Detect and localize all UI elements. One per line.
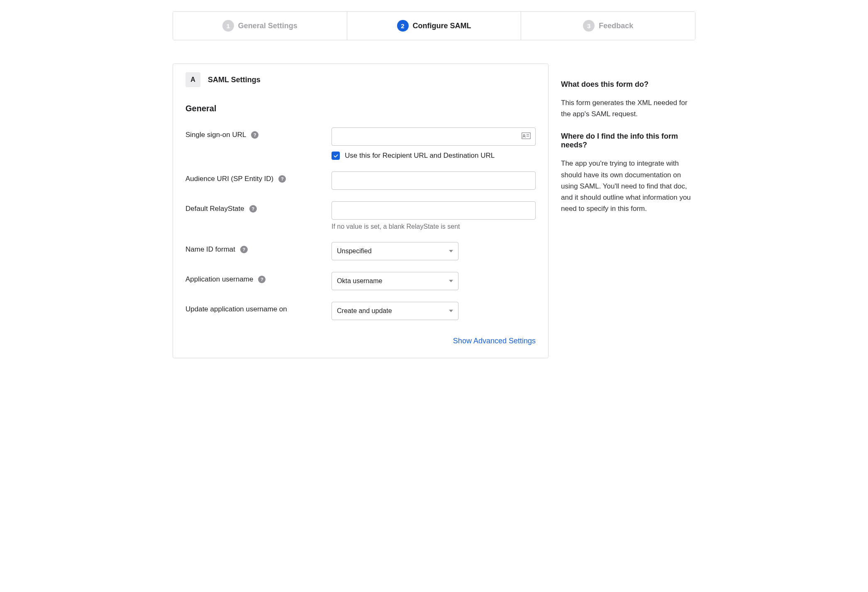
help-icon[interactable]: ? bbox=[249, 205, 257, 213]
input-sso-url[interactable] bbox=[332, 127, 536, 146]
row-relay-state: Default RelayState ? If no value is set,… bbox=[185, 201, 536, 230]
section-letter-badge: A bbox=[185, 72, 200, 87]
row-sso-url: Single sign-on URL ? bbox=[185, 127, 536, 160]
tab-label: Configure SAML bbox=[413, 22, 471, 30]
tab-feedback[interactable]: 3 Feedback bbox=[521, 12, 695, 40]
help-icon[interactable]: ? bbox=[240, 246, 248, 253]
section-title: SAML Settings bbox=[208, 76, 261, 84]
credential-icon bbox=[522, 132, 531, 141]
tab-general-settings[interactable]: 1 General Settings bbox=[173, 12, 347, 40]
step-number: 2 bbox=[397, 20, 409, 32]
help-icon[interactable]: ? bbox=[258, 276, 266, 283]
help-panel: What does this form do? This form genera… bbox=[561, 64, 695, 218]
select-name-id[interactable]: Unspecified bbox=[332, 242, 458, 260]
tab-label: Feedback bbox=[599, 22, 633, 30]
checkbox-recipient-url[interactable] bbox=[332, 152, 340, 160]
hint-relay-state: If no value is set, a blank RelayState i… bbox=[332, 223, 536, 230]
tab-label: General Settings bbox=[238, 22, 297, 30]
select-value: Create and update bbox=[337, 307, 392, 315]
input-relay-state[interactable] bbox=[332, 201, 536, 220]
help-para-2: The app you're trying to integrate with … bbox=[561, 158, 695, 214]
help-icon[interactable]: ? bbox=[278, 175, 286, 183]
help-para-1: This form generates the XML needed for t… bbox=[561, 97, 695, 120]
select-value: Unspecified bbox=[337, 247, 372, 255]
select-update-on[interactable]: Create and update bbox=[332, 302, 458, 320]
tab-configure-saml[interactable]: 2 Configure SAML bbox=[347, 12, 521, 40]
label-update-on: Update application username on bbox=[185, 305, 287, 313]
section-header: A SAML Settings bbox=[185, 72, 536, 87]
row-app-username: Application username ? Okta username bbox=[185, 272, 536, 290]
help-heading-1: What does this form do? bbox=[561, 80, 695, 89]
wizard-tabs: 1 General Settings 2 Configure SAML 3 Fe… bbox=[173, 11, 695, 40]
select-app-username[interactable]: Okta username bbox=[332, 272, 458, 290]
label-relay-state: Default RelayState bbox=[185, 205, 244, 213]
chevron-down-icon bbox=[449, 310, 453, 312]
checkbox-label: Use this for Recipient URL and Destinati… bbox=[345, 152, 495, 160]
label-audience-uri: Audience URI (SP Entity ID) bbox=[185, 175, 273, 183]
row-update-on: Update application username on Create an… bbox=[185, 302, 536, 320]
chevron-down-icon bbox=[449, 280, 453, 282]
svg-point-1 bbox=[523, 135, 525, 136]
label-app-username: Application username bbox=[185, 275, 253, 284]
help-heading-2: Where do I find the info this form needs… bbox=[561, 132, 695, 149]
show-advanced-link[interactable]: Show Advanced Settings bbox=[453, 337, 536, 345]
input-audience-uri[interactable] bbox=[332, 171, 536, 190]
select-value: Okta username bbox=[337, 277, 382, 285]
help-icon[interactable]: ? bbox=[251, 131, 258, 139]
row-audience-uri: Audience URI (SP Entity ID) ? bbox=[185, 171, 536, 190]
label-sso-url: Single sign-on URL bbox=[185, 131, 246, 139]
subsection-title: General bbox=[185, 104, 536, 113]
step-number: 1 bbox=[222, 20, 234, 32]
saml-settings-card: A SAML Settings General Single sign-on U… bbox=[173, 64, 549, 358]
chevron-down-icon bbox=[449, 250, 453, 252]
row-name-id: Name ID format ? Unspecified bbox=[185, 242, 536, 260]
step-number: 3 bbox=[583, 20, 595, 32]
label-name-id: Name ID format bbox=[185, 245, 235, 254]
